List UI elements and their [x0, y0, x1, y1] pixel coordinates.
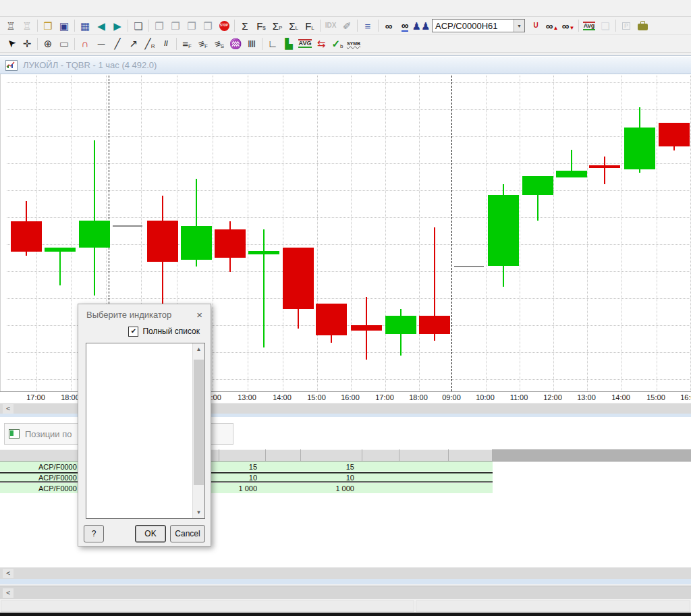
stop-order-inactive-icon[interactable]: ♖ — [19, 18, 35, 33]
table-header-extension — [493, 449, 691, 461]
next-chart-icon[interactable]: ▶ — [109, 18, 126, 33]
prev-chart-icon[interactable]: ◀ — [93, 18, 109, 33]
cancel-button[interactable]: Cancel — [170, 525, 205, 542]
eraser-icon[interactable]: ✐ — [339, 18, 355, 33]
scroll-left-icon[interactable]: < — [3, 569, 13, 578]
ok-button[interactable]: OK — [135, 525, 166, 542]
ray-icon[interactable]: ╱R — [142, 36, 158, 51]
copy-columns-icon[interactable]: ❐ — [184, 18, 200, 33]
arrow-line-icon[interactable]: ↗ — [126, 36, 142, 51]
sum-positions-icon[interactable]: ΣP — [269, 18, 285, 33]
average-icon[interactable]: Avg — [581, 18, 597, 33]
scroll-left-icon[interactable]: < — [3, 588, 13, 598]
menu-item[interactable] — [69, 6, 82, 10]
table-row[interactable]: ACP/F0000 1010 — [0, 472, 493, 483]
pointer-icon[interactable]: ➤ — [3, 36, 19, 51]
briefcase-icon[interactable] — [634, 18, 651, 33]
menu-item[interactable] — [96, 6, 109, 10]
fibo-fan-icon[interactable]: ≡F — [195, 36, 211, 51]
stop-transactions-icon[interactable]: STOP — [216, 18, 232, 33]
sum-limits-icon[interactable]: ΣL — [285, 18, 302, 33]
dropdown-arrow-icon[interactable]: ▼ — [514, 20, 524, 32]
table-row[interactable]: ACP/F0000 1515 — [0, 461, 493, 472]
main-toolbar: ♖ ♖ ❒ ▣ ▦ ◀ ▶ ❏ — [0, 17, 691, 35]
fibo-arcs-icon[interactable]: ♒ — [227, 36, 244, 51]
sum-icon[interactable]: Σ — [237, 18, 253, 33]
copy-rows-icon[interactable]: ❐ — [167, 18, 184, 33]
time-axis-label: 13:00 — [238, 393, 256, 401]
separator — [35, 36, 40, 51]
histogram-icon[interactable]: ▙ — [281, 36, 297, 51]
menu-item[interactable] — [109, 6, 123, 10]
column-header[interactable] — [265, 450, 301, 461]
scroll-up-icon[interactable]: ▲ — [193, 343, 204, 355]
column-header[interactable] — [219, 450, 265, 461]
average-chart-icon[interactable]: AVG — [297, 36, 313, 51]
scroll-down-icon[interactable]: ▼ — [193, 507, 204, 518]
dialog-titlebar[interactable]: Выберите индикатор × — [78, 304, 211, 325]
open-file-icon[interactable]: ❒ — [40, 18, 56, 33]
time-axis-label: 16:00 — [680, 393, 691, 401]
find-down-icon[interactable]: ∞▼ — [560, 18, 576, 33]
menu-item[interactable] — [1, 6, 15, 10]
chart-window-icon — [5, 60, 18, 71]
time-axis-label: 14:00 — [273, 393, 292, 401]
instrument-select[interactable]: ACP/C0000H61 ▼ — [432, 19, 525, 32]
update-icon[interactable]: U — [528, 18, 544, 33]
symbols-icon[interactable]: SYMB — [346, 36, 362, 51]
chart-toolbar: ➤ ✛ ⊕ ▭ ∩ ─ ╱ ↗ ╱R // — [0, 35, 691, 53]
menu-item[interactable] — [42, 6, 55, 10]
chart-window-titlebar[interactable]: ЛУКОЙЛ - TQBR - 1 час (4 492.0) — [0, 57, 691, 74]
zoom-icon[interactable]: ⊕ — [40, 36, 56, 51]
axes-icon[interactable]: ∟ — [265, 36, 281, 51]
menu-item[interactable] — [82, 6, 96, 10]
portfolio-p-icon[interactable]: P — [618, 18, 634, 33]
workspace-horizontal-scrollbar[interactable]: < — [0, 586, 691, 599]
journal-icon[interactable]: ❏ — [597, 18, 613, 33]
indicator-listbox: ▲ ▼ — [86, 343, 205, 519]
stop-order-icon[interactable]: ♖ — [3, 18, 19, 33]
column-header[interactable] — [362, 450, 399, 461]
accounts-icon[interactable]: ♟♟ — [413, 18, 429, 33]
menu-item[interactable] — [15, 6, 28, 10]
speed-lines-icon[interactable]: ≡S — [211, 36, 227, 51]
listbox-scrollbar[interactable]: ▲ ▼ — [192, 343, 204, 518]
scrollbar-thumb[interactable] — [194, 360, 204, 485]
find-icon[interactable]: ∞ — [381, 18, 397, 33]
scroll-left-icon[interactable]: < — [3, 404, 13, 414]
crosshair-icon[interactable]: ✛ — [19, 36, 35, 51]
index-icon[interactable]: IDX — [323, 18, 339, 33]
table-icon[interactable]: ▦ — [77, 18, 93, 33]
full-list-checkbox[interactable]: ✔ — [128, 327, 138, 337]
menu-item[interactable] — [28, 6, 42, 10]
column-header[interactable] — [301, 450, 362, 461]
new-note-icon[interactable]: ❏ — [130, 18, 146, 33]
chart-window-title: ЛУКОЙЛ - TQBR - 1 час (4 492.0) — [23, 60, 157, 70]
parallel-lines-icon[interactable]: // — [158, 36, 174, 51]
column-header[interactable] — [449, 450, 493, 461]
trend-line-icon[interactable]: ╱ — [109, 36, 126, 51]
menu-item[interactable] — [123, 6, 136, 10]
save-icon[interactable]: ▣ — [56, 18, 72, 33]
menu-item[interactable] — [55, 6, 69, 10]
close-icon[interactable]: × — [195, 309, 204, 320]
column-header[interactable] — [399, 450, 449, 461]
copy-all-icon[interactable]: ❐ — [200, 18, 216, 33]
magnet-icon[interactable]: ∩ — [77, 36, 93, 51]
copy-table-icon[interactable]: ❐ — [151, 18, 167, 33]
hline-icon[interactable]: ─ — [93, 36, 109, 51]
find-up-icon[interactable]: ∞▲ — [544, 18, 560, 33]
find-quote-icon[interactable]: ∞ — [397, 18, 413, 33]
futures-limits-icon[interactable]: F$ — [253, 18, 269, 33]
sort-columns-icon[interactable]: ≡ — [360, 18, 376, 33]
separator — [260, 36, 265, 51]
futures-l-icon[interactable]: FL — [302, 18, 318, 33]
positions-horizontal-scrollbar[interactable]: < — [0, 567, 691, 579]
spread-icon[interactable]: ⇆ — [313, 36, 329, 51]
fibo-levels-icon[interactable]: ≡F — [179, 36, 195, 51]
fibo-time-zones-icon[interactable]: |||| — [244, 36, 260, 51]
check-b-icon[interactable]: ✓b — [329, 36, 346, 51]
ruler-icon[interactable]: ▭ — [56, 36, 72, 51]
help-button[interactable]: ? — [84, 525, 104, 542]
table-row[interactable]: ACP/F0000 1 0001 000 — [0, 483, 493, 494]
